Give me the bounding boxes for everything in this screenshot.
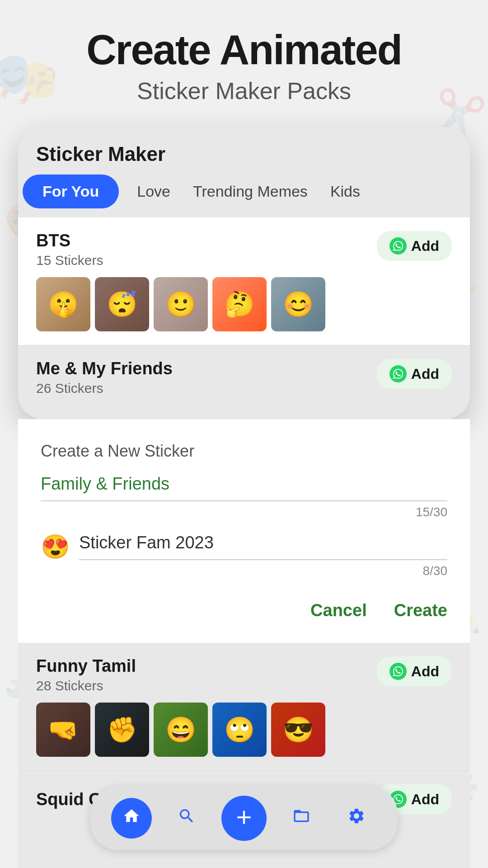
main-content: Create Animated Sticker Maker Packs Stic…: [0, 0, 488, 868]
me-friends-add-button[interactable]: Add: [377, 359, 452, 389]
home-icon: [122, 807, 141, 830]
phone-header: Sticker Maker: [18, 127, 470, 175]
add-icon: [233, 806, 255, 830]
bts-sticker-2: 😴: [95, 277, 149, 331]
ft-sticker-2: ✊: [95, 703, 149, 757]
bottom-navigation: [90, 787, 398, 850]
whatsapp-icon-me: [389, 365, 407, 382]
funny-tamil-count: 28 Stickers: [36, 678, 136, 693]
ft-sticker-1: 🤜: [36, 703, 90, 757]
funny-tamil-add-label: Add: [411, 663, 439, 680]
create-section: Create a New Sticker 15/30 😍 8/30 Cancel…: [18, 419, 470, 643]
bts-pack-header: BTS 15 Stickers Add: [36, 231, 452, 268]
pack2-input[interactable]: [79, 533, 447, 560]
ft-sticker-4: 🙄: [212, 703, 267, 757]
folder-icon: [292, 807, 310, 830]
nav-home[interactable]: [111, 798, 152, 839]
whatsapp-icon-funny: [389, 663, 407, 680]
pack1-input[interactable]: [41, 474, 447, 501]
app-title: Sticker Maker: [36, 143, 452, 165]
me-friends-add-label: Add: [411, 366, 439, 382]
pack1-group: 15/30: [41, 474, 447, 519]
ft-sticker-5: 😎: [271, 703, 325, 757]
me-friends-info: Me & My Friends 26 Stickers: [36, 359, 173, 396]
settings-icon: [347, 807, 366, 830]
bts-sticker-3: 🙂: [154, 277, 208, 331]
bts-add-button[interactable]: Add: [377, 231, 452, 261]
funny-tamil-images: 🤜 ✊ 😄 🙄 😎: [36, 703, 452, 757]
pack2-counter: 8/30: [41, 564, 447, 578]
funny-tamil-info: Funny Tamil 28 Stickers: [36, 656, 136, 693]
bts-sticker-images: 🤫 😴 🙂 🤔 😊: [36, 277, 452, 331]
bts-pack-name: BTS: [36, 231, 103, 250]
pack2-emoji: 😍: [41, 535, 70, 558]
header-title: Create Animated: [18, 27, 470, 73]
bts-sticker-4: 🤔: [212, 277, 267, 331]
squid-add-label: Add: [411, 791, 439, 808]
header-subtitle: Sticker Maker Packs: [18, 77, 470, 104]
tab-kids[interactable]: Kids: [326, 175, 365, 208]
me-friends-count: 26 Stickers: [36, 381, 173, 396]
phone-mockup: Sticker Maker For You Love Trending Meme…: [18, 127, 470, 419]
funny-tamil-name: Funny Tamil: [36, 656, 136, 676]
bts-pack-info: BTS 15 Stickers: [36, 231, 103, 268]
cancel-button[interactable]: Cancel: [310, 601, 367, 620]
bts-sticker-pack: BTS 15 Stickers Add 🤫 😴: [18, 217, 470, 345]
bts-add-label: Add: [411, 238, 439, 255]
create-label: Create a New Sticker: [41, 442, 447, 461]
bts-sticker-5: 😊: [271, 277, 325, 331]
nav-search[interactable]: [166, 798, 207, 839]
bts-sticker-1: 🤫: [36, 277, 90, 331]
nav-folder[interactable]: [281, 798, 322, 839]
tabs-container: For You Love Trending Memes Kids: [18, 175, 470, 217]
me-friends-name: Me & My Friends: [36, 359, 173, 378]
funny-tamil-header: Funny Tamil 28 Stickers Add: [36, 656, 452, 693]
funny-tamil-add-button[interactable]: Add: [377, 656, 452, 686]
action-buttons: Cancel Create: [41, 587, 447, 643]
tab-love[interactable]: Love: [132, 175, 175, 208]
funny-tamil-section: Funny Tamil 28 Stickers Add 🤜: [18, 643, 470, 771]
header: Create Animated Sticker Maker Packs: [18, 27, 470, 104]
me-friends-header: Me & My Friends 26 Stickers Add: [36, 359, 452, 396]
pack2-row: 😍: [41, 533, 447, 560]
search-icon: [178, 807, 196, 830]
tab-trending-memes[interactable]: Trending Memes: [188, 175, 312, 208]
pack1-counter: 15/30: [41, 505, 447, 519]
tab-for-you[interactable]: For You: [23, 175, 119, 208]
create-button[interactable]: Create: [394, 601, 447, 620]
nav-add[interactable]: [221, 796, 267, 841]
ft-sticker-3: 😄: [154, 703, 208, 757]
nav-settings[interactable]: [336, 798, 377, 839]
whatsapp-icon-bts: [389, 237, 407, 255]
me-friends-pack: Me & My Friends 26 Stickers Add: [18, 345, 470, 419]
funny-tamil-pack: Funny Tamil 28 Stickers Add 🤜: [18, 643, 470, 771]
bts-pack-count: 15 Stickers: [36, 253, 103, 268]
